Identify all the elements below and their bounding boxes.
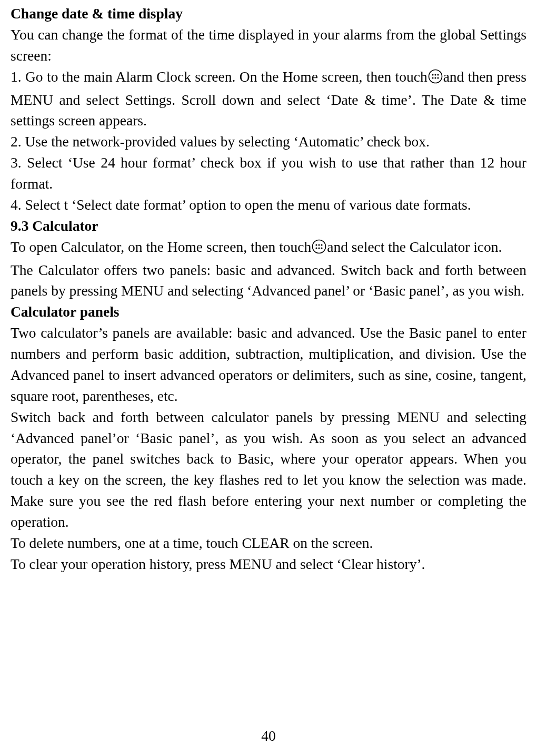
document-page: Change date & time display You can chang… [0, 0, 537, 756]
svg-point-13 [321, 247, 323, 249]
calculator-panels-intro: The Calculator offers two panels: basic … [11, 260, 526, 302]
svg-point-11 [316, 247, 317, 249]
svg-point-7 [313, 240, 326, 253]
apps-icon [428, 68, 443, 90]
calc-panels-p1: Two calculator’s panels are available: b… [11, 322, 526, 407]
svg-point-12 [319, 247, 320, 249]
heading-calculator: 9.3 Calculator [11, 215, 526, 237]
step-2: 2. Use the network-provided values by se… [11, 131, 526, 152]
calculator-open: To open Calculator, on the Home screen, … [11, 237, 526, 260]
svg-point-6 [437, 77, 439, 78]
svg-point-9 [319, 244, 320, 246]
page-number: 40 [0, 725, 537, 747]
svg-point-1 [432, 74, 433, 75]
heading-change-date-time: Change date & time display [11, 3, 526, 24]
apps-icon [312, 239, 326, 260]
step-1-text-a: 1. Go to the main Alarm Clock screen. On… [11, 68, 427, 85]
step-1: 1. Go to the main Alarm Clock screen. On… [11, 66, 526, 132]
svg-point-4 [432, 77, 433, 78]
svg-point-3 [437, 74, 439, 75]
svg-point-5 [434, 77, 436, 78]
calc-panels-p4: To clear your operation history, press M… [11, 554, 526, 575]
heading-calculator-panels: Calculator panels [11, 301, 526, 322]
calc-panels-p2: Switch back and forth between calculator… [11, 407, 526, 533]
calc-panels-p3: To delete numbers, one at a time, touch … [11, 533, 526, 554]
step-3: 3. Select ‘Use 24 hour format’ check box… [11, 152, 526, 194]
svg-point-0 [429, 70, 442, 83]
calc-text-a: To open Calculator, on the Home screen, … [11, 239, 311, 255]
step-4: 4. Select t ‘Select date format’ option … [11, 194, 526, 215]
svg-point-8 [316, 244, 317, 246]
paragraph-intro: You can change the format of the time di… [11, 24, 526, 66]
calc-text-b: and select the Calculator icon. [327, 239, 502, 255]
svg-point-2 [434, 74, 436, 75]
svg-point-10 [321, 244, 323, 246]
